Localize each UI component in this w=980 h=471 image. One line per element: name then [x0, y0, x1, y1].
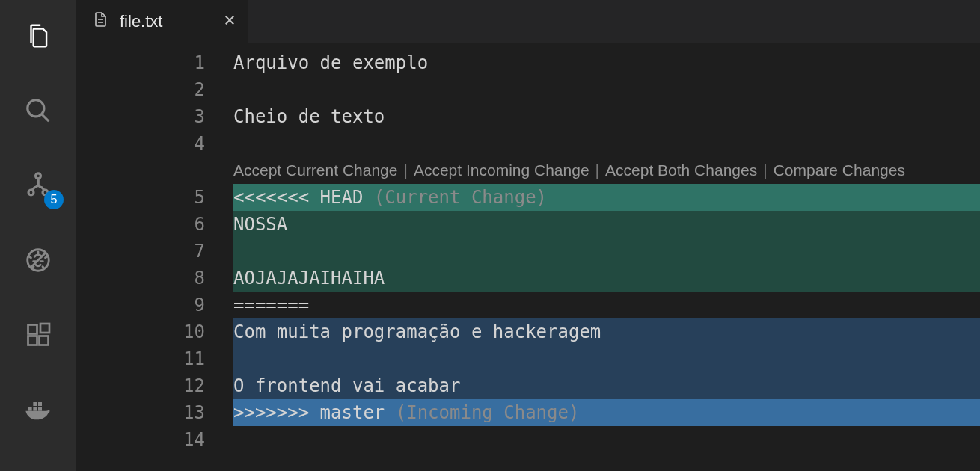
close-icon[interactable]: [223, 13, 236, 31]
tab-label: file.txt: [120, 12, 162, 31]
svg-point-3: [28, 190, 34, 195]
source-control-icon[interactable]: 5: [23, 170, 53, 200]
line-number: 4: [76, 130, 205, 157]
svg-rect-8: [28, 336, 37, 345]
editor[interactable]: 1 2 3 4 5 6 7 8 9 10 11 12 13 14 Arquivo…: [76, 43, 980, 471]
line-number: 7: [76, 238, 205, 265]
code-line: [233, 130, 980, 157]
svg-rect-15: [38, 402, 42, 406]
code-line: [233, 76, 980, 103]
line-number: 5: [76, 184, 205, 211]
conflict-incoming-marker: >>>>>>> master (Incoming Change): [233, 399, 980, 426]
line-number: 9: [76, 292, 205, 318]
svg-rect-9: [40, 336, 49, 345]
code-line: Arquivo de exemplo: [233, 49, 980, 76]
file-icon: [91, 10, 109, 33]
extensions-icon[interactable]: [23, 320, 53, 350]
line-number: 6: [76, 211, 205, 238]
conflict-head-marker: <<<<<<< HEAD (Current Change): [233, 184, 980, 211]
line-number: 1: [76, 49, 205, 76]
svg-rect-10: [40, 324, 49, 333]
code-area[interactable]: Arquivo de exemplo Cheio de texto Accept…: [233, 49, 980, 471]
docker-icon[interactable]: [23, 395, 53, 425]
svg-point-2: [36, 173, 41, 179]
svg-point-0: [28, 100, 44, 117]
svg-rect-11: [28, 407, 32, 411]
svg-line-1: [42, 114, 49, 122]
accept-incoming-link[interactable]: Accept Incoming Change: [414, 157, 589, 184]
svg-rect-7: [28, 325, 37, 334]
line-number: 13: [76, 399, 205, 426]
line-number: 14: [76, 426, 205, 453]
svg-rect-12: [33, 407, 37, 411]
activity-bar: 5: [0, 0, 76, 471]
code-line: Com muita programação e hackeragem: [233, 318, 980, 345]
line-number: 10: [76, 318, 205, 345]
debug-icon[interactable]: [23, 245, 53, 275]
svg-rect-13: [38, 407, 42, 411]
accept-current-link[interactable]: Accept Current Change: [233, 157, 397, 184]
line-number: 11: [76, 345, 205, 372]
accept-both-link[interactable]: Accept Both Changes: [605, 157, 757, 184]
compare-changes-link[interactable]: Compare Changes: [774, 157, 905, 184]
code-line: [233, 238, 980, 265]
explorer-icon[interactable]: [23, 21, 53, 51]
conflict-separator: =======: [233, 292, 980, 318]
svg-rect-14: [33, 402, 37, 406]
code-line: O frontend vai acabar: [233, 372, 980, 399]
editor-group: file.txt 1 2 3 4 5 6 7 8 9 10 11 12 13 1…: [76, 0, 980, 471]
merge-codelens: Accept Current Change | Accept Incoming …: [233, 157, 980, 184]
line-number: 2: [76, 76, 205, 103]
code-line: NOSSA: [233, 211, 980, 238]
code-line: AOJAJAJAIHAIHA: [233, 265, 980, 292]
code-line: Cheio de texto: [233, 103, 980, 130]
source-control-badge: 5: [44, 190, 64, 209]
line-number-gutter: 1 2 3 4 5 6 7 8 9 10 11 12 13 14: [76, 49, 233, 471]
line-number: 12: [76, 372, 205, 399]
search-icon[interactable]: [23, 96, 53, 126]
code-line: [233, 345, 980, 372]
tab-bar: file.txt: [76, 0, 980, 43]
code-line: [233, 426, 980, 453]
line-number: 3: [76, 103, 205, 130]
tab-file[interactable]: file.txt: [76, 0, 248, 43]
line-number: 8: [76, 265, 205, 292]
